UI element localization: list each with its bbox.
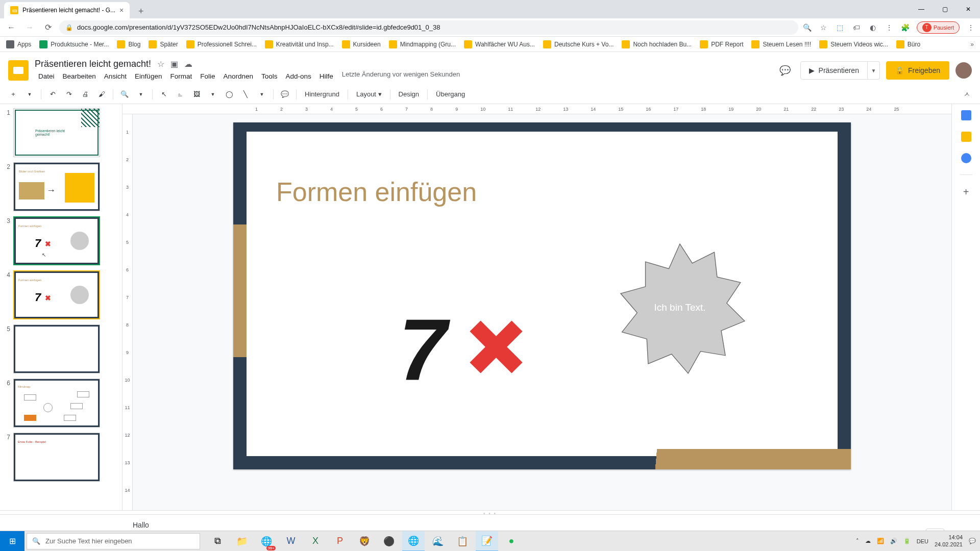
add-addon-icon[interactable]: + bbox=[963, 186, 969, 198]
redo-button[interactable]: ↷ bbox=[62, 87, 76, 102]
textbox-tool[interactable]: ⎁ bbox=[173, 87, 187, 102]
puzzle-icon[interactable]: 🧩 bbox=[900, 22, 911, 33]
bookmark-item[interactable]: Mindmapping (Gru... bbox=[389, 40, 456, 48]
present-button[interactable]: ▶ Präsentieren bbox=[800, 61, 868, 80]
layout-button[interactable]: Layout ▾ bbox=[352, 90, 386, 98]
zoom-button[interactable]: 🔍 bbox=[117, 87, 132, 102]
battery-icon[interactable]: 🔋 bbox=[903, 538, 911, 544]
volume-icon[interactable]: 🔊 bbox=[890, 538, 897, 544]
collapse-toolbar-icon[interactable]: ㅅ bbox=[960, 87, 974, 102]
tray-expand-icon[interactable]: ˄ bbox=[856, 538, 859, 544]
slide-thumbnail-6[interactable]: Mindmap bbox=[13, 379, 100, 428]
last-edit-text[interactable]: Letzte Änderung vor wenigen Sekunden bbox=[342, 70, 460, 82]
bookmarks-overflow-icon[interactable]: » bbox=[970, 41, 974, 48]
star-doc-icon[interactable]: ☆ bbox=[157, 59, 164, 69]
print-button[interactable]: 🖨 bbox=[78, 87, 92, 102]
url-input[interactable]: 🔒 docs.google.com/presentation/d/1yV372S… bbox=[59, 20, 798, 35]
keep-icon[interactable] bbox=[961, 132, 971, 142]
bookmark-item[interactable]: Kursideen bbox=[342, 40, 381, 48]
menu-bearbeiten[interactable]: Bearbeiten bbox=[59, 70, 100, 82]
profile-paused-badge[interactable]: T Pausiert bbox=[917, 21, 960, 34]
explorer-icon[interactable]: 📁 bbox=[231, 531, 253, 552]
big-number-shape[interactable]: 7 bbox=[399, 306, 447, 393]
zoom-dropdown[interactable]: ▼ bbox=[134, 87, 148, 102]
slide-thumbnail-2[interactable]: Bilder und Grafiken → bbox=[13, 162, 100, 211]
comment-tool[interactable]: 💬 bbox=[278, 87, 292, 102]
new-slide-button[interactable]: + bbox=[6, 87, 20, 102]
slide-canvas[interactable]: Formen einfügen 7 Ich bin Text. bbox=[133, 114, 951, 510]
excel-icon[interactable]: X bbox=[304, 531, 327, 552]
menu-ansicht[interactable]: Ansicht bbox=[101, 70, 130, 82]
brave-icon[interactable]: 🦁 bbox=[353, 531, 376, 552]
line-dropdown[interactable]: ▼ bbox=[255, 87, 269, 102]
red-cross-shape[interactable] bbox=[468, 321, 519, 372]
new-tab-button[interactable]: + bbox=[134, 4, 148, 18]
extension-icon[interactable]: 🏷 bbox=[851, 22, 862, 33]
slides-logo-icon[interactable] bbox=[8, 60, 29, 81]
browser-tab[interactable]: ▭ Präsentieren leicht gemacht! - G... × bbox=[4, 2, 130, 18]
design-button[interactable]: Design bbox=[395, 90, 423, 98]
bookmark-item[interactable]: Produktsuche - Mer... bbox=[39, 40, 109, 48]
background-button[interactable]: Hintergrund bbox=[301, 90, 344, 98]
apps-bookmark[interactable]: Apps bbox=[6, 40, 31, 48]
image-dropdown[interactable]: ▼ bbox=[206, 87, 220, 102]
menu-format[interactable]: Format bbox=[166, 70, 195, 82]
task-view-icon[interactable]: ⧉ bbox=[206, 531, 229, 552]
zoom-icon[interactable]: 🔍 bbox=[802, 22, 813, 33]
star-shape[interactable]: Ich bin Text. bbox=[611, 240, 749, 378]
share-button[interactable]: 🔒 Freigeben bbox=[886, 61, 949, 80]
menu-folie[interactable]: Folie bbox=[197, 70, 218, 82]
notifications-icon[interactable]: 💬 bbox=[969, 538, 976, 544]
windows-search-input[interactable]: 🔍 Zur Suche Text hier eingeben bbox=[27, 533, 200, 549]
reader-icon[interactable]: ◐ bbox=[868, 22, 878, 33]
obs-icon[interactable]: ⚫ bbox=[378, 531, 400, 552]
comments-button[interactable]: 💬 bbox=[776, 61, 794, 80]
powerpoint-icon[interactable]: P bbox=[329, 531, 351, 552]
chrome-icon[interactable]: 🌐 bbox=[402, 531, 425, 552]
menu-einfuegen[interactable]: Einfügen bbox=[131, 70, 165, 82]
paint-format-button[interactable]: 🖌 bbox=[94, 87, 109, 102]
slide-title-text[interactable]: Formen einfügen bbox=[276, 177, 477, 207]
close-tab-icon[interactable]: × bbox=[119, 6, 124, 14]
back-button[interactable]: ← bbox=[4, 20, 18, 35]
thumbnail-panel[interactable]: 1 Präsentieren leicht gemacht! 🔗 2 Bilde… bbox=[0, 104, 122, 510]
shape-text[interactable]: Ich bin Text. bbox=[654, 302, 705, 313]
reload-button[interactable]: ⟳ bbox=[41, 20, 55, 35]
vertical-ruler[interactable]: 1234567891011121314 bbox=[122, 114, 133, 510]
bookmark-item[interactable]: Blog bbox=[117, 40, 140, 48]
user-avatar[interactable] bbox=[955, 62, 972, 79]
undo-button[interactable]: ↶ bbox=[45, 87, 60, 102]
wifi-icon[interactable]: 📶 bbox=[877, 538, 884, 544]
app-icon[interactable]: 📋 bbox=[451, 531, 474, 552]
spotify-icon[interactable]: ● bbox=[500, 531, 523, 552]
minimize-button[interactable]: — bbox=[910, 0, 933, 18]
slide-thumbnail-4[interactable]: Formen einfügen 7✖ bbox=[13, 270, 100, 319]
line-tool[interactable]: ╲ bbox=[238, 87, 253, 102]
menu-hilfe[interactable]: Hilfe bbox=[316, 70, 337, 82]
language-indicator[interactable]: DEU bbox=[917, 538, 928, 544]
slide-thumbnail-1[interactable]: Präsentieren leicht gemacht! bbox=[13, 108, 100, 157]
bookmark-item[interactable]: Büro bbox=[896, 40, 920, 48]
bookmark-item[interactable]: Professionell Schrei... bbox=[186, 40, 257, 48]
notepad-icon[interactable]: 📝 bbox=[476, 531, 498, 552]
select-tool[interactable]: ↖ bbox=[157, 87, 171, 102]
slide-thumbnail-3[interactable]: Formen einfügen 7✖ ↖ bbox=[13, 216, 100, 265]
bookmark-item[interactable]: Kreativität und Insp... bbox=[265, 40, 334, 48]
forward-button[interactable]: → bbox=[22, 20, 37, 35]
bookmark-item[interactable]: Steuern Videos wic... bbox=[819, 40, 888, 48]
move-doc-icon[interactable]: ▣ bbox=[170, 59, 178, 69]
notes-text[interactable]: Hallo bbox=[133, 521, 149, 529]
notes-resize-handle[interactable]: • • • bbox=[483, 511, 497, 516]
edge-icon[interactable]: 🌊 bbox=[427, 531, 449, 552]
maximize-button[interactable]: ▢ bbox=[933, 0, 957, 18]
slide[interactable]: Formen einfügen 7 Ich bin Text. bbox=[233, 122, 851, 469]
more-ext-icon[interactable]: ⋮ bbox=[884, 22, 894, 33]
chrome-menu-icon[interactable]: ⋮ bbox=[966, 22, 976, 33]
menu-anordnen[interactable]: Anordnen bbox=[219, 70, 257, 82]
horizontal-ruler[interactable]: 1234567891011121314151617181920212223242… bbox=[122, 104, 951, 114]
word-icon[interactable]: W bbox=[280, 531, 302, 552]
slide-thumbnail-5[interactable] bbox=[13, 324, 100, 373]
bookmark-item[interactable]: Steuern Lesen !!!! bbox=[751, 40, 811, 48]
menu-tools[interactable]: Tools bbox=[258, 70, 281, 82]
tasks-icon[interactable] bbox=[961, 153, 971, 163]
